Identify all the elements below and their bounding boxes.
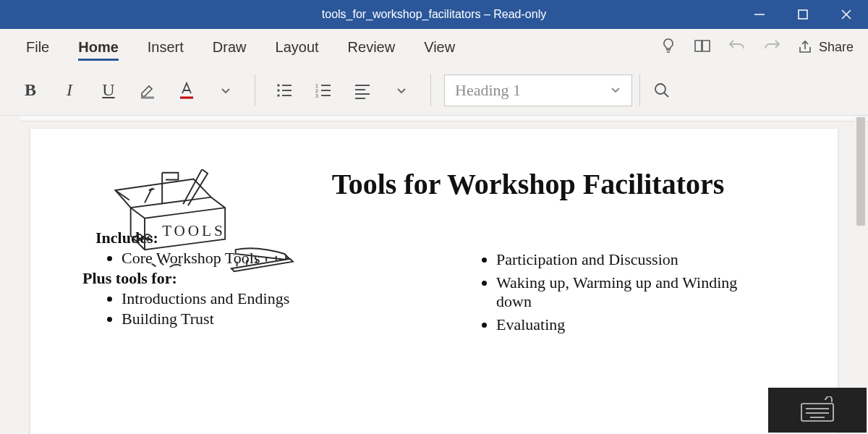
svg-rect-17 <box>321 95 331 96</box>
reading-view-icon[interactable] <box>693 37 712 57</box>
svg-line-23 <box>664 93 668 97</box>
doc-column-right: Participation and Discussion Waking up, … <box>470 229 773 339</box>
svg-point-25 <box>138 238 140 240</box>
horizontal-ruler <box>20 116 868 122</box>
ribbon-controls: B I U 123 Heading 1 <box>0 65 868 116</box>
svg-text:1: 1 <box>315 83 318 88</box>
window-close-button[interactable] <box>825 0 868 29</box>
toolbox-illustration: TOOLS <box>103 169 312 291</box>
window-minimize-button[interactable] <box>738 0 781 29</box>
svg-rect-21 <box>355 98 365 99</box>
svg-rect-1 <box>799 10 807 19</box>
redo-button[interactable] <box>762 37 781 57</box>
svg-text:3: 3 <box>315 93 318 98</box>
svg-rect-15 <box>321 85 331 86</box>
share-label: Share <box>819 40 854 55</box>
list-item: Evaluating <box>496 315 773 334</box>
tab-file[interactable]: File <box>12 29 64 65</box>
share-button[interactable]: Share <box>797 39 854 55</box>
ribbon-tabs: File Home Insert Draw Layout Review View… <box>0 29 868 65</box>
font-color-button[interactable] <box>171 75 203 106</box>
svg-rect-9 <box>282 85 292 86</box>
tab-insert[interactable]: Insert <box>133 29 198 65</box>
svg-rect-16 <box>321 90 331 91</box>
tab-layout[interactable]: Layout <box>261 29 333 65</box>
lightbulb-icon[interactable] <box>660 37 677 57</box>
vertical-scrollbar[interactable] <box>855 116 867 434</box>
svg-point-26 <box>146 238 148 240</box>
svg-rect-27 <box>801 404 833 421</box>
tab-review[interactable]: Review <box>333 29 410 65</box>
chevron-down-icon <box>610 81 621 100</box>
document-page[interactable]: TOOLS Tools for Workshop Facilitators In… <box>30 129 838 434</box>
svg-text:2: 2 <box>315 88 318 93</box>
svg-point-8 <box>277 94 280 97</box>
right-list: Participation and Discussion Waking up, … <box>470 250 773 334</box>
svg-rect-10 <box>282 90 292 91</box>
bold-button[interactable]: B <box>14 75 46 106</box>
svg-point-7 <box>277 89 280 92</box>
svg-rect-19 <box>355 89 365 90</box>
plus-list: Introductions and Endings Building Trust <box>95 289 398 328</box>
window-titlebar: tools_for_workshop_facilitators – Read-o… <box>0 0 868 29</box>
scrollbar-thumb[interactable] <box>856 117 865 226</box>
touch-keyboard-button[interactable] <box>768 388 867 433</box>
list-item: Introductions and Endings <box>122 289 398 308</box>
ribbon-separator <box>430 75 431 106</box>
underline-button[interactable]: U <box>93 75 124 106</box>
svg-rect-11 <box>282 95 292 96</box>
svg-point-22 <box>655 84 665 94</box>
bullets-button[interactable] <box>268 75 300 106</box>
list-item: Participation and Discussion <box>496 250 773 269</box>
window-controls <box>738 0 868 29</box>
style-picker-value: Heading 1 <box>455 81 521 100</box>
tab-view[interactable]: View <box>409 29 469 65</box>
ribbon-separator <box>255 75 255 106</box>
tab-draw[interactable]: Draw <box>198 29 261 65</box>
svg-rect-18 <box>355 85 370 86</box>
numbering-button[interactable]: 123 <box>307 75 339 106</box>
font-color-more-button[interactable] <box>210 75 242 106</box>
italic-button[interactable]: I <box>54 75 85 106</box>
undo-button[interactable] <box>728 37 746 57</box>
search-button[interactable] <box>639 75 683 106</box>
svg-point-6 <box>277 84 280 87</box>
align-button[interactable] <box>346 75 378 106</box>
style-picker[interactable]: Heading 1 <box>444 75 632 106</box>
document-title: Tools for Workshop Facilitators <box>298 165 758 204</box>
svg-text:TOOLS: TOOLS <box>162 222 225 239</box>
document-viewport: TOOLS Tools for Workshop Facilitators In… <box>0 116 868 434</box>
svg-rect-20 <box>355 93 370 95</box>
highlight-color-button[interactable] <box>132 75 163 106</box>
tab-home[interactable]: Home <box>64 29 133 65</box>
window-maximize-button[interactable] <box>781 0 825 29</box>
paragraph-more-button[interactable] <box>386 75 417 106</box>
list-item: Building Trust <box>122 310 398 328</box>
list-item: Waking up, Warming up and Winding down <box>496 273 773 311</box>
